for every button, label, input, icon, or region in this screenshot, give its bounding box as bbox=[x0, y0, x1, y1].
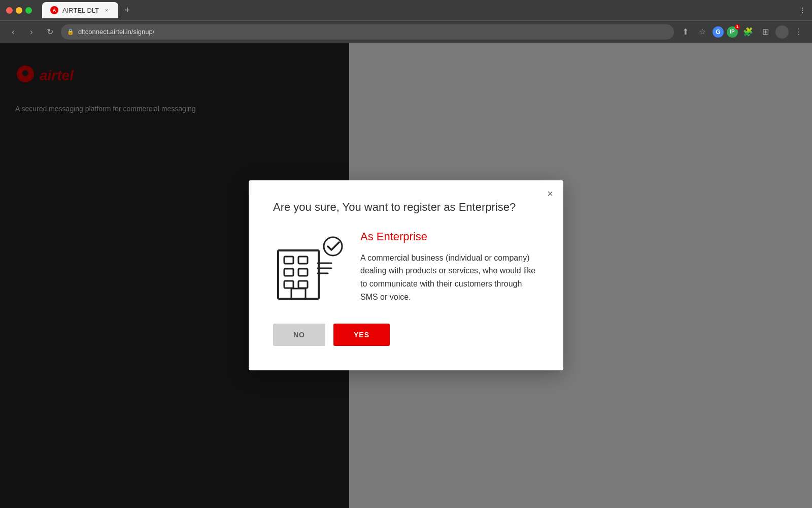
maximize-window-button[interactable] bbox=[25, 7, 32, 14]
no-button[interactable]: NO bbox=[273, 324, 325, 346]
tab-menu-button[interactable]: ⋮ bbox=[799, 6, 806, 14]
confirm-modal: × Are you sure, You want to register as … bbox=[249, 180, 563, 370]
url-text: dltconnect.airtel.in/signup/ bbox=[78, 28, 154, 36]
svg-rect-5 bbox=[284, 281, 293, 288]
tab-bar: A AIRTEL DLT × + ⋮ bbox=[42, 2, 806, 18]
close-window-button[interactable] bbox=[6, 7, 13, 14]
yes-button[interactable]: YES bbox=[333, 324, 390, 346]
puzzle-icon[interactable]: 🧩 bbox=[741, 25, 755, 39]
svg-rect-3 bbox=[284, 269, 293, 276]
extension-g-icon[interactable]: G bbox=[713, 26, 724, 38]
modal-backdrop: × Are you sure, You want to register as … bbox=[0, 43, 812, 508]
address-bar[interactable]: 🔒 dltconnect.airtel.in/signup/ bbox=[61, 24, 674, 40]
profile-icon[interactable] bbox=[775, 25, 789, 39]
page-content: airtel A secured messaging platform for … bbox=[0, 43, 812, 508]
modal-subtitle: As Enterprise bbox=[360, 230, 539, 243]
svg-rect-2 bbox=[298, 257, 308, 264]
menu-icon[interactable]: ⋮ bbox=[792, 25, 806, 39]
titlebar: A AIRTEL DLT × + ⋮ bbox=[0, 0, 812, 20]
lock-icon: 🔒 bbox=[67, 28, 74, 35]
bookmark-icon[interactable]: ☆ bbox=[695, 25, 709, 39]
back-button[interactable]: ‹ bbox=[6, 25, 20, 39]
traffic-lights bbox=[6, 7, 32, 14]
tab-title: AIRTEL DLT bbox=[62, 7, 99, 14]
svg-rect-1 bbox=[284, 257, 293, 264]
sidebar-icon[interactable]: ⊞ bbox=[758, 25, 772, 39]
minimize-window-button[interactable] bbox=[16, 7, 22, 14]
svg-rect-7 bbox=[291, 289, 306, 299]
modal-text-block: As Enterprise A commercial business (ind… bbox=[360, 230, 539, 303]
tab-favicon: A bbox=[50, 6, 58, 14]
modal-title: Are you sure, You want to register as En… bbox=[273, 201, 539, 214]
svg-rect-6 bbox=[298, 281, 308, 288]
tab-close-button[interactable]: × bbox=[103, 7, 110, 14]
share-icon[interactable]: ⬆ bbox=[678, 25, 692, 39]
modal-content: As Enterprise A commercial business (ind… bbox=[273, 230, 539, 303]
modal-description: A commercial business (individual or com… bbox=[360, 251, 539, 303]
browser-toolbar: ‹ › ↻ 🔒 dltconnect.airtel.in/signup/ ⬆ ☆… bbox=[0, 20, 812, 43]
svg-rect-4 bbox=[298, 269, 308, 276]
extension-ip-icon[interactable]: IP 1 bbox=[727, 26, 738, 38]
refresh-button[interactable]: ↻ bbox=[43, 25, 57, 39]
forward-button[interactable]: › bbox=[24, 25, 39, 39]
toolbar-actions: ⬆ ☆ G IP 1 🧩 ⊞ ⋮ bbox=[678, 25, 806, 39]
modal-close-button[interactable]: × bbox=[547, 188, 553, 199]
enterprise-building-icon bbox=[273, 230, 344, 301]
new-tab-button[interactable]: + bbox=[120, 3, 134, 17]
modal-buttons: NO YES bbox=[273, 324, 539, 346]
svg-point-11 bbox=[324, 237, 342, 256]
active-tab[interactable]: A AIRTEL DLT × bbox=[42, 2, 118, 18]
browser-chrome: A AIRTEL DLT × + ⋮ ‹ › ↻ 🔒 dltconnect.ai… bbox=[0, 0, 812, 43]
